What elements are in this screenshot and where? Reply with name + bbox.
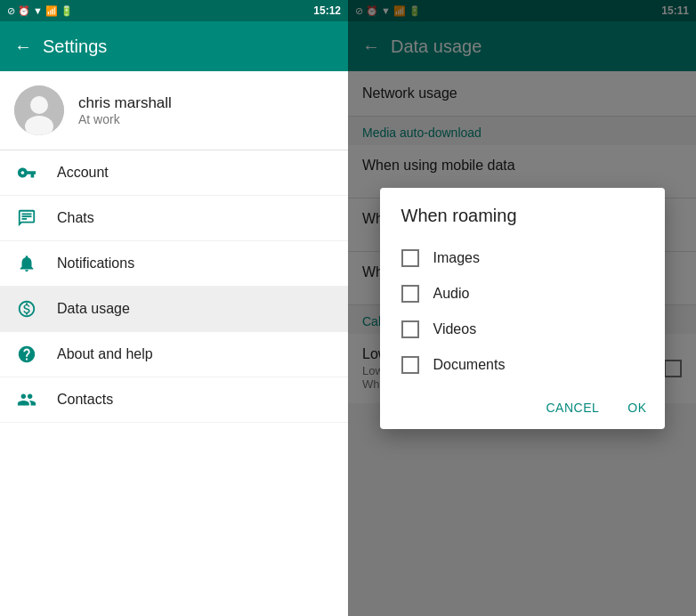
profile-row[interactable]: chris marshall At work [0,71,348,150]
dialog-overlay: When roaming Images Audio Videos Documen… [348,0,696,616]
left-time: 15:12 [313,4,341,17]
profile-info: chris marshall At work [78,94,172,126]
sidebar-item-about-help[interactable]: About and help [0,332,348,377]
svg-point-1 [30,96,48,114]
left-back-arrow[interactable]: ← [14,36,32,57]
chats-label: Chats [57,210,94,226]
bell-icon [14,254,39,273]
when-roaming-dialog: When roaming Images Audio Videos Documen… [380,188,665,429]
left-panel: ⊘ ⏰ ▼ 📶 🔋 15:12 ← Settings chris marshal… [0,0,348,616]
videos-checkbox[interactable] [401,320,419,338]
data-usage-label: Data usage [57,301,130,317]
videos-label: Videos [433,321,477,337]
key-icon [14,163,39,182]
data-icon [14,299,39,319]
right-panel: ⊘ ⏰ ▼ 📶 🔋 15:11 ← Data usage Network usa… [348,0,696,616]
sidebar-item-contacts[interactable]: Contacts [0,377,348,423]
left-status-icons: ⊘ ⏰ ▼ 📶 🔋 [7,5,73,17]
audio-checkbox[interactable] [401,285,419,303]
sidebar-item-chats[interactable]: Chats [0,196,348,241]
sidebar-item-notifications[interactable]: Notifications [0,241,348,287]
left-status-bar: ⊘ ⏰ ▼ 📶 🔋 15:12 [0,0,348,21]
wifi-icon: ▼ [33,5,43,16]
images-checkbox[interactable] [401,249,419,267]
svg-rect-3 [22,215,32,217]
dialog-option-audio[interactable]: Audio [380,276,665,312]
dialog-option-videos[interactable]: Videos [380,312,665,347]
svg-rect-4 [22,214,32,215]
dialog-option-images[interactable]: Images [380,240,665,276]
contacts-icon [14,390,39,409]
dialog-option-documents[interactable]: Documents [380,347,665,383]
chat-icon [14,208,39,228]
left-page-title: Settings [43,36,107,57]
account-label: Account [57,165,109,181]
sidebar-item-data-usage[interactable]: Data usage [0,287,348,332]
battery-icon: 🔋 [61,5,73,17]
images-label: Images [433,250,480,266]
alarm-icon: ⏰ [18,5,30,17]
contacts-label: Contacts [57,392,113,408]
svg-rect-5 [22,218,28,220]
signal-icon: 📶 [45,5,58,17]
documents-checkbox[interactable] [401,356,419,374]
notifications-label: Notifications [57,255,134,272]
sidebar-item-account[interactable]: Account [0,150,348,196]
profile-status: At work [78,112,172,126]
dialog-buttons: CANCEL OK [380,386,665,429]
audio-label: Audio [433,286,470,302]
help-icon [14,344,39,364]
dialog-title: When roaming [380,188,665,237]
profile-name: chris marshall [78,94,172,112]
cancel-button[interactable]: CANCEL [535,393,610,422]
documents-label: Documents [433,357,506,373]
no-disturb-icon: ⊘ [7,5,15,17]
left-header: ⊘ ⏰ ▼ 📶 🔋 15:12 ← Settings [0,0,348,71]
about-help-label: About and help [57,346,153,362]
avatar [14,85,64,135]
ok-button[interactable]: OK [617,393,657,422]
dialog-options: Images Audio Videos Documents [380,237,665,386]
